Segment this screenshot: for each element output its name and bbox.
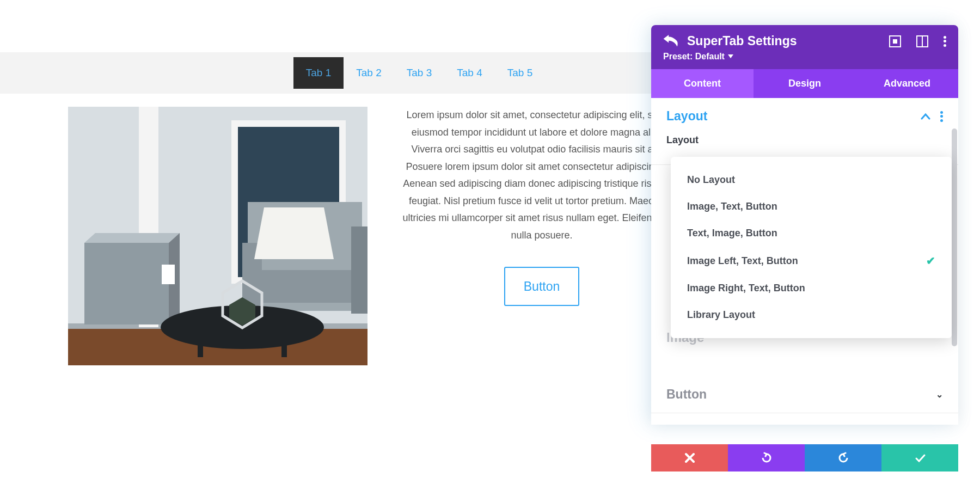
redo-icon xyxy=(837,452,849,464)
layout-option[interactable]: Image Left, Text, Button✔ xyxy=(671,247,952,275)
field-label-layout: Layout xyxy=(666,134,943,146)
svg-rect-10 xyxy=(248,270,362,303)
undo-icon xyxy=(761,452,773,464)
scrollbar[interactable] xyxy=(952,128,957,346)
expand-icon[interactable] xyxy=(889,35,901,47)
svg-rect-6 xyxy=(84,243,169,324)
settings-panel: SuperTab Settings Preset: Default Conten… xyxy=(651,25,958,425)
svg-rect-21 xyxy=(893,39,897,44)
save-button[interactable] xyxy=(881,444,958,471)
room-illustration xyxy=(68,107,367,365)
section-button-header[interactable]: Button ⌄ xyxy=(651,376,958,413)
svg-marker-13 xyxy=(254,207,334,259)
svg-rect-19 xyxy=(162,265,175,284)
chevron-down-icon: ⌄ xyxy=(936,389,943,400)
section-title: Link xyxy=(666,424,936,425)
tab-item[interactable]: Tab 2 xyxy=(344,57,394,89)
undo-button[interactable] xyxy=(728,444,805,471)
section-link-header[interactable]: Link ⌄ xyxy=(651,413,958,425)
panel-tabs: Content Design Advanced xyxy=(651,69,958,98)
section-layout-header[interactable]: Layout xyxy=(651,98,958,134)
back-icon[interactable] xyxy=(663,35,679,48)
preset-label: Preset: Default xyxy=(663,52,725,62)
layout-option[interactable]: Image Right, Text, Button xyxy=(671,275,952,302)
svg-rect-12 xyxy=(351,226,367,314)
tab-content: Lorem ipsum dolor sit amet, consectetur … xyxy=(68,107,683,365)
tab-item[interactable]: Tab 4 xyxy=(444,57,494,89)
svg-marker-7 xyxy=(84,233,180,243)
redo-button[interactable] xyxy=(805,444,881,471)
panel-title: SuperTab Settings xyxy=(687,34,874,48)
close-icon xyxy=(684,452,696,464)
check-icon: ✔ xyxy=(926,254,935,267)
content-image xyxy=(68,107,367,365)
layout-option[interactable]: Library Layout xyxy=(671,302,952,328)
chevron-up-icon xyxy=(921,113,930,120)
section-more-icon[interactable] xyxy=(940,111,943,122)
more-icon[interactable] xyxy=(944,36,946,47)
cancel-button[interactable] xyxy=(651,444,728,471)
caret-down-icon xyxy=(728,54,733,59)
layout-option[interactable]: No Layout xyxy=(671,167,952,193)
panel-tab-design[interactable]: Design xyxy=(754,69,856,98)
tab-item[interactable]: Tab 5 xyxy=(495,57,545,89)
layout-dropdown: No Layout Image, Text, Button Text, Imag… xyxy=(671,157,952,338)
panel-tab-content[interactable]: Content xyxy=(651,69,754,98)
panel-footer xyxy=(651,444,958,471)
svg-rect-16 xyxy=(281,327,287,357)
panel-tab-advanced[interactable]: Advanced xyxy=(856,69,958,98)
tab-item[interactable]: Tab 3 xyxy=(394,57,444,89)
layout-icon[interactable] xyxy=(916,35,928,47)
svg-rect-15 xyxy=(198,327,203,357)
content-button[interactable]: Button xyxy=(504,267,580,306)
panel-body: Layout Layout Image Button ⌄ Link ⌄ No L… xyxy=(651,98,958,425)
layout-option[interactable]: Image, Text, Button xyxy=(671,193,952,220)
panel-header: SuperTab Settings Preset: Default xyxy=(651,25,958,69)
layout-option[interactable]: Text, Image, Button xyxy=(671,220,952,247)
section-title: Button xyxy=(666,387,936,402)
section-title: Layout xyxy=(666,109,921,124)
content-paragraph: Lorem ipsum dolor sit amet, consectetur … xyxy=(400,107,683,244)
preset-selector[interactable]: Preset: Default xyxy=(663,52,946,62)
check-icon xyxy=(914,452,926,464)
tab-item[interactable]: Tab 1 xyxy=(293,57,344,89)
